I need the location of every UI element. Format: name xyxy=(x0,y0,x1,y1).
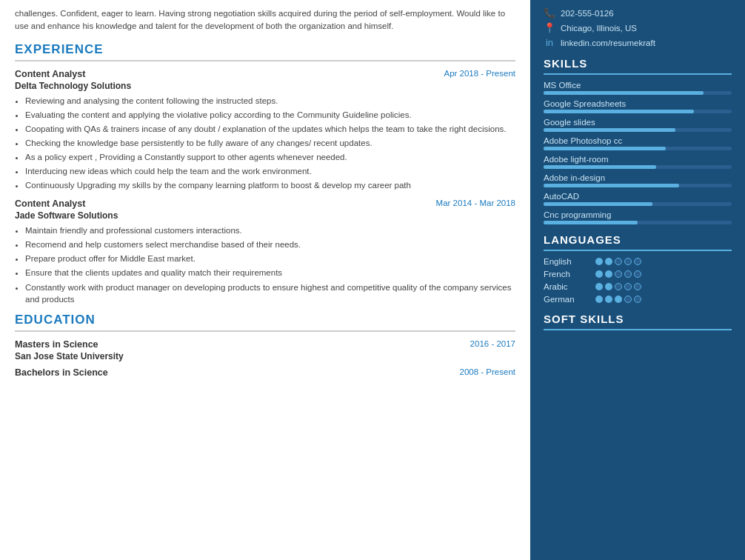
skill-row-5: Adobe in-design xyxy=(544,173,732,187)
lang-name-0: English xyxy=(544,257,595,266)
bullet-0-0: Reviewing and analysing the content foll… xyxy=(25,95,515,107)
skills-section-title: SKILLS xyxy=(544,57,732,70)
skill-name-2: Google slides xyxy=(544,118,732,127)
education-section-title: EDUCATION xyxy=(15,313,515,327)
dot-filled-3-2 xyxy=(615,296,622,303)
job-bullets-1: Maintain friendly and professional custo… xyxy=(25,224,515,305)
dot-filled-3-0 xyxy=(595,296,603,303)
dot-empty-1-2 xyxy=(634,270,641,278)
skills-divider xyxy=(544,73,732,75)
dot-empty-2-2 xyxy=(634,283,641,290)
dot-filled-1-1 xyxy=(605,270,612,278)
jobs-container: Content AnalystApr 2018 - PresentDelta T… xyxy=(15,69,515,305)
skill-bar-bg-6 xyxy=(544,202,732,206)
skill-row-0: MS Office xyxy=(544,81,732,95)
skill-bar-bg-4 xyxy=(544,165,732,169)
skill-row-7: Cnc programming xyxy=(544,210,732,224)
bullet-0-1: Evaluating the content and applying the … xyxy=(25,109,515,121)
dot-filled-0-1 xyxy=(605,258,612,265)
lang-row-3: German xyxy=(544,295,732,304)
dot-filled-2-0 xyxy=(595,283,603,290)
edu-school-0: San Jose State University xyxy=(15,351,515,361)
education-divider xyxy=(15,330,515,332)
dot-filled-3-1 xyxy=(605,296,612,303)
job-header-0: Content AnalystApr 2018 - Present xyxy=(15,69,515,79)
bullet-0-4: As a policy expert , Providing a Constan… xyxy=(25,151,515,163)
left-panel: challenges. Confident, eager to learn. H… xyxy=(0,0,530,560)
skill-name-5: Adobe in-design xyxy=(544,173,732,182)
edu-degree-0: Masters in Science xyxy=(15,339,98,350)
skill-bar-bg-5 xyxy=(544,184,732,187)
skill-name-0: MS Office xyxy=(544,81,732,90)
company-name-1: Jade Software Solutions xyxy=(15,210,515,221)
edu-degree-1: Bachelors in Science xyxy=(15,367,108,378)
dot-filled-0-0 xyxy=(595,258,603,265)
contact-text-2: linkedin.com/resumekraft xyxy=(561,39,655,47)
skill-row-4: Adobe light-room xyxy=(544,155,732,169)
skill-bar-bg-7 xyxy=(544,221,732,224)
intro-text: challenges. Confident, eager to learn. H… xyxy=(15,7,515,33)
bullet-1-3: Ensure that the clients updates and qual… xyxy=(25,267,515,279)
job-date-1: Mar 2014 - Mar 2018 xyxy=(436,199,515,207)
lang-name-1: French xyxy=(544,270,595,279)
languages-divider xyxy=(544,250,732,251)
skill-bar-fill-7 xyxy=(544,221,638,224)
edu-item-0: Masters in Science2016 - 2017San Jose St… xyxy=(15,339,515,361)
skill-bar-fill-5 xyxy=(544,184,679,187)
experience-divider xyxy=(15,60,515,61)
languages-container: EnglishFrenchArabicGerman xyxy=(544,257,732,304)
dot-empty-3-1 xyxy=(634,296,641,303)
dot-empty-2-0 xyxy=(615,283,622,290)
skill-bar-fill-3 xyxy=(544,147,666,150)
contact-item-2: inlinkedin.com/resumekraft xyxy=(544,37,732,48)
dot-empty-0-2 xyxy=(634,258,641,265)
contact-item-0: 📞202-555-0126 xyxy=(544,7,732,19)
skill-name-1: Google Spreadsheets xyxy=(544,99,732,108)
skill-bar-bg-3 xyxy=(544,147,732,150)
skill-bar-fill-0 xyxy=(544,91,704,95)
skill-bar-fill-6 xyxy=(544,202,652,206)
lang-dots-3 xyxy=(595,296,641,303)
skill-bar-bg-1 xyxy=(544,110,732,113)
bullet-1-4: Constantly work with product manager on … xyxy=(25,281,515,305)
dot-filled-1-0 xyxy=(595,270,603,278)
contacts-container: 📞202-555-0126📍Chicago, Illinois, USinlin… xyxy=(544,7,732,48)
right-panel: 📞202-555-0126📍Chicago, Illinois, USinlin… xyxy=(530,0,745,560)
edu-header-0: Masters in Science2016 - 2017 xyxy=(15,339,515,350)
dot-filled-2-1 xyxy=(605,283,612,290)
skill-name-7: Cnc programming xyxy=(544,210,732,219)
lang-dots-1 xyxy=(595,270,641,278)
phone-icon: 📞 xyxy=(544,7,555,19)
job-title-1: Content Analyst xyxy=(15,199,85,209)
experience-section-title: EXPERIENCE xyxy=(15,42,515,57)
lang-dots-0 xyxy=(595,258,641,265)
job-title-0: Content Analyst xyxy=(15,69,85,79)
lang-row-2: Arabic xyxy=(544,282,732,291)
contact-item-1: 📍Chicago, Illinois, US xyxy=(544,22,732,33)
edu-header-1: Bachelors in Science2008 - Present xyxy=(15,367,515,378)
lang-dots-2 xyxy=(595,283,641,290)
linkedin-icon: in xyxy=(544,37,555,48)
job-header-1: Content AnalystMar 2014 - Mar 2018 xyxy=(15,199,515,209)
lang-row-1: French xyxy=(544,270,732,279)
lang-row-0: English xyxy=(544,257,732,266)
lang-name-3: German xyxy=(544,295,595,304)
bullet-0-2: Coopating with QAs & trainers incase of … xyxy=(25,123,515,135)
skill-name-4: Adobe light-room xyxy=(544,155,732,164)
dot-empty-2-1 xyxy=(624,283,632,290)
skill-bar-fill-4 xyxy=(544,165,656,169)
bullet-1-1: Recomend and help customers select merch… xyxy=(25,239,515,250)
job-bullets-0: Reviewing and analysing the content foll… xyxy=(25,95,515,192)
job-item-1: Content AnalystMar 2014 - Mar 2018Jade S… xyxy=(15,199,515,305)
soft-skills-section-title: SOFT SKILLS xyxy=(544,313,732,325)
bullet-0-3: Checking the knowledge base persistently… xyxy=(25,137,515,149)
skill-name-6: AutoCAD xyxy=(544,192,732,201)
skill-row-1: Google Spreadsheets xyxy=(544,99,732,113)
edu-date-0: 2016 - 2017 xyxy=(470,339,515,350)
dot-empty-3-0 xyxy=(624,296,632,303)
location-icon: 📍 xyxy=(544,22,555,33)
languages-section-title: LANGUAGES xyxy=(544,233,732,246)
edu-item-1: Bachelors in Science2008 - Present xyxy=(15,367,515,378)
dot-empty-1-1 xyxy=(624,270,632,278)
dot-empty-1-0 xyxy=(615,270,622,278)
